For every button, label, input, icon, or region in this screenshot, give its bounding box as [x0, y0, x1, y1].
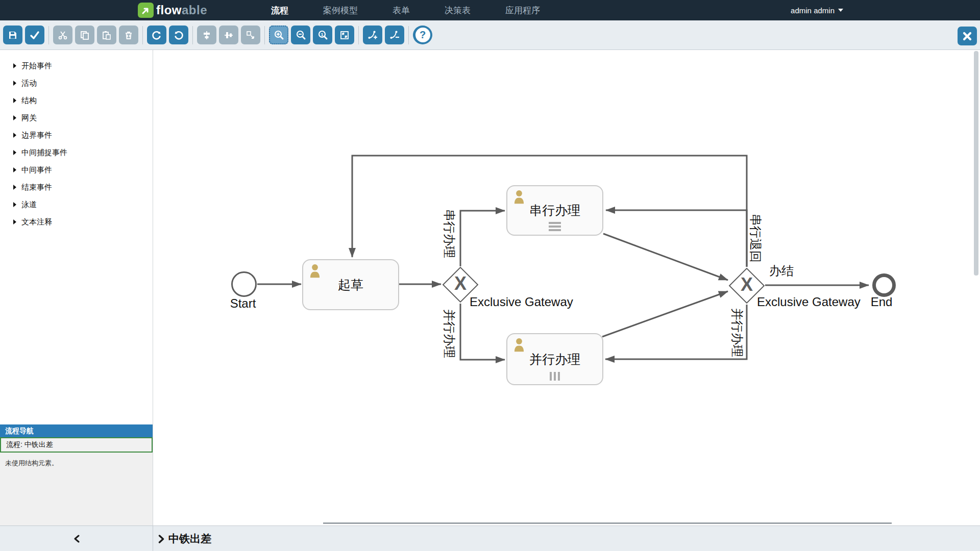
align-vertical-button[interactable] — [197, 26, 216, 44]
flowable-wordmark: flowable — [156, 3, 207, 17]
diagram-canvas[interactable]: Start 起草 X Exclusive Gateway 串行办理 并行办理 X… — [153, 50, 980, 525]
task-serial[interactable]: 串行办理 — [506, 185, 603, 236]
help-button[interactable]: ? — [413, 26, 432, 44]
task-draft[interactable]: 起草 — [302, 259, 399, 310]
toolbar-separator — [142, 26, 143, 44]
toolbar-separator — [408, 26, 409, 44]
navigator-current-process[interactable]: 流程: 中铁出差 — [0, 437, 153, 453]
palette-group-label: 开始事件 — [21, 61, 52, 71]
sequential-multi-instance-icon — [549, 222, 561, 231]
menu-item-processes[interactable]: 流程 — [265, 0, 294, 20]
task-label: 起草 — [338, 277, 363, 293]
palette-group-end-events[interactable]: 结束事件 — [0, 179, 153, 196]
menu-item-decision-tables[interactable]: 决策表 — [439, 0, 476, 20]
flow-parallel-to-gateway2[interactable] — [602, 291, 728, 337]
chevron-right-icon — [12, 80, 17, 86]
palette-group-text-annotation[interactable]: 文本注释 — [0, 213, 153, 231]
palette-group-label: 中间事件 — [21, 165, 52, 175]
flow-gateway2-to-serial[interactable] — [606, 210, 747, 267]
undo-button[interactable] — [169, 26, 188, 44]
palette-group-boundary-events[interactable]: 边界事件 — [0, 127, 153, 144]
toolbar-separator — [192, 26, 193, 44]
chevron-right-icon — [12, 149, 17, 156]
palette-group-swimlanes[interactable]: 泳道 — [0, 196, 153, 213]
validate-button[interactable] — [25, 26, 44, 44]
navigator-header: 流程导航 — [0, 424, 153, 437]
gateway-x-icon: X — [454, 273, 467, 294]
palette-group-label: 中间捕捉事件 — [21, 148, 67, 158]
task-parallel[interactable]: 并行办理 — [506, 333, 603, 385]
user-task-icon — [512, 189, 526, 207]
vertical-scrollbar-thumb[interactable] — [974, 51, 978, 276]
flow-label-serial-return: 串行退回 — [747, 214, 764, 263]
zoom-in-button[interactable] — [269, 26, 288, 44]
flow-serial-to-gateway2[interactable] — [603, 234, 728, 280]
palette-group-intermediate-catching-events[interactable]: 中间捕捉事件 — [0, 144, 153, 161]
toolbar-separator — [264, 26, 265, 44]
user-task-icon — [512, 337, 526, 355]
zoom-out-button[interactable] — [291, 26, 310, 44]
main-menu: 流程 案例模型 表单 决策表 应用程序 — [265, 0, 546, 20]
horizontal-scrollbar-thumb[interactable] — [323, 522, 892, 524]
close-editor-button[interactable] — [958, 27, 977, 45]
collapse-sidebar-button[interactable] — [0, 526, 153, 551]
end-event-node[interactable] — [872, 273, 896, 297]
end-event-label: End — [871, 295, 893, 309]
align-horizontal-button[interactable] — [219, 26, 238, 44]
start-event-node[interactable] — [231, 271, 257, 297]
save-button[interactable] — [3, 26, 22, 44]
add-bendpoint-button[interactable] — [363, 26, 382, 44]
paste-button[interactable] — [97, 26, 116, 44]
close-icon — [962, 31, 972, 41]
flow-label-parallel-left: 并行办理 — [441, 309, 457, 358]
flow-label-parallel-right: 并行办理 — [729, 308, 745, 357]
palette-group-activities[interactable]: 活动 — [0, 74, 153, 92]
flow-gateway1-to-serial[interactable] — [460, 211, 505, 266]
editor-toolbar: 1 ? — [0, 20, 980, 50]
flow-label-finish: 办结 — [769, 263, 794, 279]
palette-group-label: 文本注释 — [21, 217, 52, 227]
palette-group-label: 边界事件 — [21, 131, 52, 140]
palette-group-gateways[interactable]: 网关 — [0, 109, 153, 127]
chevron-right-icon — [12, 63, 17, 69]
palette-group-label: 结构 — [21, 96, 37, 106]
sequence-flows — [153, 50, 980, 525]
cut-button[interactable] — [53, 26, 72, 44]
palette-group-label: 泳道 — [21, 200, 37, 210]
user-menu[interactable]: admin admin — [791, 0, 843, 20]
toolbar-separator — [48, 26, 49, 44]
model-name: 中铁出差 — [168, 532, 211, 546]
chevron-right-icon — [12, 202, 17, 208]
palette-group-structural[interactable]: 结构 — [0, 92, 153, 109]
chevron-left-icon — [74, 535, 80, 543]
menu-item-forms[interactable]: 表单 — [387, 0, 415, 20]
parallel-multi-instance-icon — [550, 372, 560, 381]
process-navigator-panel: 流程导航 流程: 中铁出差 未使用结构元素。 — [0, 424, 153, 525]
redo-button[interactable] — [147, 26, 166, 44]
delete-button[interactable] — [119, 26, 138, 44]
menu-item-case-models[interactable]: 案例模型 — [317, 0, 363, 20]
bottom-bar: 中铁出差 — [0, 525, 980, 551]
same-size-button[interactable] — [241, 26, 260, 44]
gateway-1-label: Exclusive Gateway — [470, 295, 573, 309]
gateway-x-icon: X — [741, 274, 753, 295]
palette-group-label: 活动 — [21, 79, 37, 88]
flow-gateway2-to-parallel[interactable] — [605, 305, 747, 359]
copy-button[interactable] — [75, 26, 94, 44]
flowable-logo[interactable]: flowable — [138, 3, 207, 18]
help-icon: ? — [415, 28, 430, 42]
task-label: 串行办理 — [529, 202, 580, 219]
palette-group-label: 网关 — [21, 113, 37, 123]
remove-bendpoint-button[interactable] — [385, 26, 404, 44]
zoom-actual-button[interactable]: 1 — [313, 26, 332, 44]
zoom-fit-button[interactable] — [335, 26, 354, 44]
chevron-right-icon — [12, 132, 17, 138]
model-breadcrumb[interactable]: 中铁出差 — [158, 526, 211, 551]
chevron-right-icon — [12, 115, 17, 121]
flow-gateway1-to-parallel[interactable] — [460, 304, 505, 360]
chevron-right-icon — [12, 184, 17, 190]
task-label: 并行办理 — [529, 351, 580, 368]
palette-group-start-events[interactable]: 开始事件 — [0, 57, 153, 74]
palette-group-intermediate-events[interactable]: 中间事件 — [0, 161, 153, 179]
menu-item-apps[interactable]: 应用程序 — [500, 0, 546, 20]
